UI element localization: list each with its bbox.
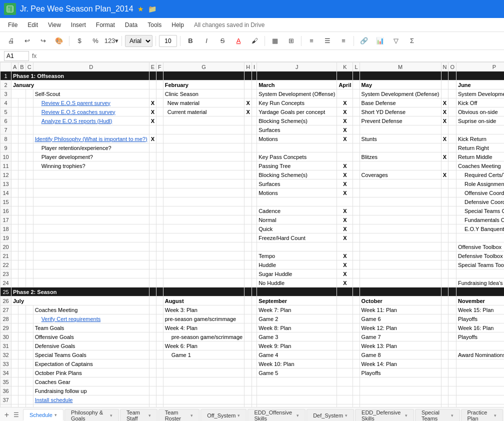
cell-e8[interactable]: X (149, 134, 156, 144)
insert-chart-button[interactable]: 📊 (373, 34, 387, 48)
cell-e5[interactable]: X (149, 108, 156, 116)
cell-phase2[interactable]: Phase 2: Season (12, 288, 150, 296)
cell-d9[interactable]: Player retention/experience? (33, 144, 149, 152)
col-header-i[interactable]: I (252, 62, 257, 72)
cell-m28[interactable]: Game 6 (360, 314, 441, 324)
add-sheet-button[interactable]: + (2, 409, 12, 421)
cell-m31[interactable]: Week 13: Plan (360, 342, 441, 350)
cell-k6[interactable]: X (337, 116, 353, 126)
cell-p16[interactable]: Special Teams Coordinator (456, 206, 504, 216)
menu-data[interactable]: Data (121, 20, 142, 30)
cell-j31[interactable]: Week 9: Plan (257, 342, 337, 350)
cell-j6[interactable]: Blocking Scheme(s) (257, 116, 337, 126)
cell-j21[interactable]: Tempo (257, 252, 337, 260)
cell-d32[interactable]: Special Teams Goals (33, 350, 149, 360)
tab-practice-plan[interactable]: Practice Plan ▾ (461, 409, 503, 421)
cell-d35[interactable]: Coaches Gear (33, 378, 149, 386)
font-selector[interactable]: Arial (125, 35, 152, 47)
cell-j8[interactable]: Motions (257, 134, 337, 144)
currency-button[interactable]: $ (72, 34, 86, 48)
cell-p20[interactable]: Offensive Toolbox (456, 242, 504, 252)
col-header-m[interactable]: M (360, 62, 441, 72)
cell-g4[interactable]: New material (163, 98, 244, 108)
cell-p14[interactable]: Offensive Coordinator (456, 188, 504, 198)
cell-j5[interactable]: Yardage Goals per concept (257, 108, 337, 116)
cell-k7[interactable]: X (337, 126, 353, 134)
cell-n6[interactable]: X (441, 116, 448, 126)
cell-k8[interactable]: X (337, 134, 353, 144)
cell-p12[interactable]: Required Certs/Training (456, 170, 504, 180)
cell-k12[interactable]: X (337, 170, 353, 180)
tab-special-teams[interactable]: Special Teams ▾ (415, 409, 460, 421)
cell-m10[interactable]: Blitzes (360, 152, 441, 162)
col-header-b[interactable]: B (18, 62, 26, 72)
cell-k19[interactable]: X (337, 234, 353, 242)
tab-off-system[interactable]: Off_System ▾ (200, 409, 246, 421)
merge-button[interactable]: ⊞ (284, 34, 298, 48)
cell-p13[interactable]: Role Assignments (456, 180, 504, 188)
cell-d36[interactable]: Fundraising follow up (33, 386, 149, 396)
cell-j28[interactable]: Game 2 (257, 314, 337, 324)
cell-g28[interactable]: pre-season game/scrimmage (163, 314, 244, 324)
cell-n4[interactable]: X (441, 98, 448, 108)
cell-p21[interactable]: Defensive Toolbox (456, 252, 504, 260)
menu-edit[interactable]: Edit (24, 20, 42, 30)
cell-m4[interactable]: Base Defense (360, 98, 441, 108)
cell-d38[interactable]: Practice format (33, 404, 149, 408)
cell-p15[interactable]: Defensive Coordinator (456, 198, 504, 206)
cell-m12[interactable]: Coverages (360, 170, 441, 180)
cell-k17[interactable]: X (337, 216, 353, 224)
tab-team-staff[interactable]: Team Staff ▾ (120, 409, 158, 421)
cell-j18[interactable]: Quick (257, 224, 337, 234)
cell-p11[interactable]: Coaches Meeting (456, 162, 504, 170)
cell-j24[interactable]: No Huddle (257, 278, 337, 288)
folder-icon[interactable]: 📁 (148, 5, 156, 13)
menu-help[interactable]: Help (168, 20, 188, 30)
cell-j11[interactable]: Passing Tree (257, 162, 337, 170)
menu-format[interactable]: Format (92, 20, 119, 30)
cell-p28[interactable]: Playoffs (456, 314, 504, 324)
text-color-button[interactable]: A (232, 34, 246, 48)
menu-tools[interactable]: Tools (144, 20, 166, 30)
cell-p27[interactable]: Week 15: Plan (456, 306, 504, 314)
cell-j33[interactable]: Week 10: Plan (257, 360, 337, 368)
col-header-f[interactable]: F (156, 62, 163, 72)
cell-d6[interactable]: Analyze E.O.S reports (Hudl) (33, 116, 149, 126)
undo-button[interactable]: ↩ (20, 34, 34, 48)
tab-schedule[interactable]: Schedule ▾ (23, 409, 64, 421)
cell-p4[interactable]: Kick Off (456, 98, 504, 108)
cell-g3[interactable]: Clinic Season (163, 90, 244, 98)
col-header-g[interactable]: G (163, 62, 244, 72)
cell-d34[interactable]: October Pink Plans (33, 368, 149, 378)
cell-d37[interactable]: Install schedule (33, 396, 149, 404)
cell-e6[interactable]: X (149, 116, 156, 126)
cell-m5[interactable]: Short YD Defense (360, 108, 441, 116)
borders-button[interactable]: ▦ (268, 34, 282, 48)
cell-k4[interactable]: X (337, 98, 353, 108)
cell-j16[interactable]: Cadence (257, 206, 337, 216)
cell-m33[interactable]: Week 14: Plan (360, 360, 441, 368)
cell-g29[interactable]: Week 4: Plan (163, 324, 244, 332)
cell-p22[interactable]: Special Teams Toolbox (456, 260, 504, 270)
cell-j10[interactable]: Key Pass Concpets (257, 152, 337, 162)
cell-m29[interactable]: Week 12: Plan (360, 324, 441, 332)
cell-d8[interactable]: Identify Philosophy (What is important t… (33, 134, 149, 144)
cell-j12[interactable]: Blocking Scheme(s) (257, 170, 337, 180)
cell-j27[interactable]: Week 7: Plan (257, 306, 337, 314)
cell-d28[interactable]: Verify Cert requirements (33, 314, 149, 324)
cell-m6[interactable]: Prevent Defense (360, 116, 441, 126)
cell-k21[interactable]: X (337, 252, 353, 260)
menu-view[interactable]: View (44, 20, 65, 30)
cell-j32[interactable]: Game 4 (257, 350, 337, 360)
cell-m30[interactable]: Game 7 (360, 332, 441, 342)
cell-p18[interactable]: E.O.Y Banquent (456, 224, 504, 234)
cell-october[interactable]: October (360, 296, 441, 306)
cell-g32[interactable]: Game 1 (163, 350, 244, 360)
cell-g30[interactable]: pre-season game/scrimmage (163, 332, 244, 342)
menu-insert[interactable]: Insert (67, 20, 90, 30)
cell-april[interactable]: April (337, 80, 353, 90)
insert-link-button[interactable]: 🔗 (357, 34, 371, 48)
cell-may[interactable]: May (360, 80, 441, 90)
tab-philosophy-goals[interactable]: Philosophy & Goals ▾ (64, 409, 119, 421)
align-left-button[interactable]: ≡ (304, 34, 318, 48)
